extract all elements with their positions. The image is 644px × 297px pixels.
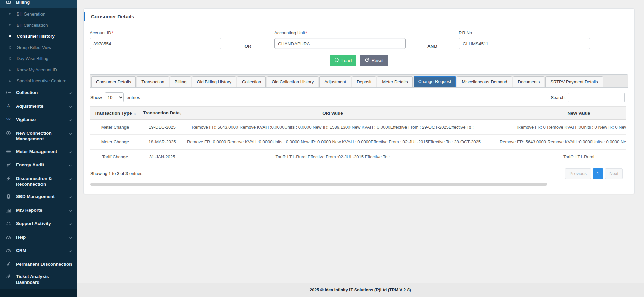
column-header-old-value[interactable]: Old Value	[184, 107, 481, 120]
sidebar: BillingBill GenerationBill CancellationC…	[0, 0, 77, 297]
sidebar-item-sbd-management[interactable]: SBD Management	[0, 190, 77, 204]
accounting-unit-group: Accounting Unit*	[274, 30, 406, 49]
sidebar-item-collection[interactable]: Collection	[0, 86, 77, 100]
reset-button[interactable]: Reset	[360, 55, 388, 66]
sidebar-item-new-connection-management[interactable]: New Connection Management	[0, 127, 77, 145]
sidebar-item-group-billed-view[interactable]: Group Billed View	[0, 42, 77, 53]
page-length-select[interactable]: 10	[105, 92, 124, 102]
circle-icon	[9, 46, 12, 49]
tab-panel: Show 10 entries Search: Transaction Type…	[90, 88, 628, 186]
tab-billing[interactable]: Billing	[170, 76, 191, 88]
adjust-icon: A	[5, 104, 12, 108]
sidebar-item-consumer-history[interactable]: Consumer History	[0, 31, 77, 42]
sidebar-item-label: Bill Generation	[17, 11, 45, 17]
main-area: Consumer Details Account ID* OR Accounti…	[77, 0, 644, 297]
cell-old-value: Remove FR: 0.0000 Remove KVAH :0.0000Uni…	[184, 135, 481, 150]
sidebar-item-energy-audit[interactable]: Energy Audit	[0, 159, 77, 172]
sidebar-item-special-incentive-capture[interactable]: Special Incentive Capture	[0, 75, 77, 86]
tab-adjustment[interactable]: Adjustment	[319, 76, 351, 88]
cell-old-value: Remove FR: 5643.0000 Remove KVAH :0.0000…	[184, 120, 481, 135]
sidebar-item-help[interactable]: Help	[0, 231, 77, 244]
or-label: OR	[221, 30, 274, 49]
sidebar-item-label: CRM	[16, 248, 64, 253]
card-header: Consumer Details	[84, 9, 634, 24]
search-label: Search:	[551, 95, 566, 100]
bar-chart-icon	[5, 208, 12, 213]
account-id-field[interactable]	[90, 38, 221, 49]
cell-new-value: Tariff: LT1-Rural	[481, 150, 626, 164]
cell-transaction-type: Meter Change	[90, 135, 140, 150]
page-title: Consumer Details	[91, 14, 627, 19]
column-header-transaction-type[interactable]: Transaction Type↑↓	[90, 107, 140, 120]
sidebar-item-label: Bill Cancellation	[17, 22, 48, 28]
circle-icon	[9, 79, 12, 82]
chevron-down-icon	[68, 222, 73, 227]
tab-documents[interactable]: Documents	[513, 76, 545, 88]
page-number-button[interactable]: 1	[593, 168, 603, 179]
tab-change-request[interactable]: Change Request	[414, 76, 456, 88]
load-button[interactable]: Load	[330, 55, 356, 66]
refresh-icon	[365, 58, 369, 63]
tab-miscellaneous-demand[interactable]: Miscellaneous Demand	[457, 76, 512, 88]
sidebar-item-mis-reports[interactable]: MIS Reports	[0, 204, 77, 217]
sidebar-item-crm[interactable]: CRM	[0, 244, 77, 258]
accounting-unit-field[interactable]	[274, 38, 406, 49]
table-body: Meter Change19-DEC-2025Remove FR: 5643.0…	[90, 120, 626, 164]
sidebar-item-ticket-analysis-dashboard[interactable]: Ticket Analysis Dashboard	[0, 270, 77, 289]
sidebar-item-know-my-account-id[interactable]: Know My Account ID	[0, 64, 77, 75]
sidebar-item-adjustments[interactable]: AAdjustments	[0, 100, 77, 113]
sidebar-item-support-activity[interactable]: Support Activity	[0, 217, 77, 231]
page-length-control: Show 10 entries	[90, 92, 140, 102]
previous-page-button[interactable]: Previous	[565, 168, 591, 179]
copyright-footer: 2025 © Idea Infinity IT Solutions (P)Ltd…	[77, 283, 644, 297]
tab-old-collection-history[interactable]: Old Collection History	[267, 76, 318, 88]
sidebar-item-label: Help	[16, 234, 64, 240]
chevron-down-icon	[68, 195, 73, 200]
account-id-group: Account ID*	[90, 30, 221, 49]
tab-old-billing-history[interactable]: Old Billing History	[192, 76, 236, 88]
tab-deposit[interactable]: Deposit	[352, 76, 376, 88]
sidebar-item-bill-cancellation[interactable]: Bill Cancellation	[0, 20, 77, 31]
cell-transaction-type: Tariff Change	[90, 150, 140, 164]
sidebar-item-label: Day Wise Billing	[17, 56, 48, 61]
next-page-button[interactable]: Next	[605, 168, 623, 179]
sidebar-item-label: Group Billed View	[17, 45, 51, 50]
sidebar-item-meter-management[interactable]: Meter Management	[0, 145, 77, 159]
tab-transaction[interactable]: Transaction	[137, 76, 169, 88]
sidebar-item-label: Energy Audit	[16, 162, 64, 168]
sidebar-item-permanent-disconnection[interactable]: Permanent Disconnection	[0, 258, 77, 270]
horizontal-scrollbar[interactable]	[90, 183, 547, 186]
rr-no-field[interactable]	[459, 38, 590, 49]
circle-icon	[9, 57, 12, 60]
table-controls: Show 10 entries Search:	[90, 88, 628, 106]
chevron-down-icon	[68, 249, 73, 254]
sidebar-item-billing[interactable]: Billing	[0, 0, 77, 8]
chevron-down-icon	[68, 91, 73, 97]
sidebar-item-disconnection-reconnection[interactable]: Disconnection & Reconnection	[0, 172, 77, 190]
sidebar-item-vigilance[interactable]: VKVigilance	[0, 113, 77, 127]
sidebar-item-label: SBD Management	[16, 194, 64, 199]
sidebar-item-label: Vigilance	[16, 117, 64, 123]
tab-consumer-details[interactable]: Consumer Details	[91, 76, 136, 88]
sidebar-item-label: Disconnection & Reconnection	[16, 176, 64, 187]
sidebar-item-day-wise-billing[interactable]: Day Wise Billing	[0, 53, 77, 64]
tab-meter-details[interactable]: Meter Details	[377, 76, 413, 88]
chevron-down-icon	[68, 131, 73, 137]
tab-strip: Consumer DetailsTransactionBillingOld Bi…	[90, 74, 628, 88]
tab-collection[interactable]: Collection	[237, 76, 266, 88]
circle-icon	[9, 68, 12, 71]
entries-label: entries	[127, 95, 140, 100]
search-input[interactable]	[568, 93, 625, 102]
sidebar-item-bill-generation[interactable]: Bill Generation	[0, 8, 77, 20]
cell-transaction-date: 31-JAN-2025	[140, 150, 184, 164]
rr-no-label: RR No	[459, 30, 590, 35]
chevron-down-icon	[68, 104, 73, 110]
sidebar-nav: BillingBill GenerationBill CancellationC…	[0, 0, 77, 297]
cell-new-value: Remove FR: 5643.0000 Remove KVAH :0.0000…	[481, 135, 626, 150]
show-label: Show	[90, 95, 102, 100]
column-header-new-value[interactable]: New Value	[481, 107, 626, 120]
column-header-transaction-date[interactable]: Transaction Date↓	[140, 107, 184, 120]
vk-icon: VK	[5, 117, 12, 122]
tab-srtpv-payment-details[interactable]: SRTPV Payment Details	[545, 76, 603, 88]
consumer-details-card: Consumer Details Account ID* OR Accounti…	[83, 8, 635, 194]
